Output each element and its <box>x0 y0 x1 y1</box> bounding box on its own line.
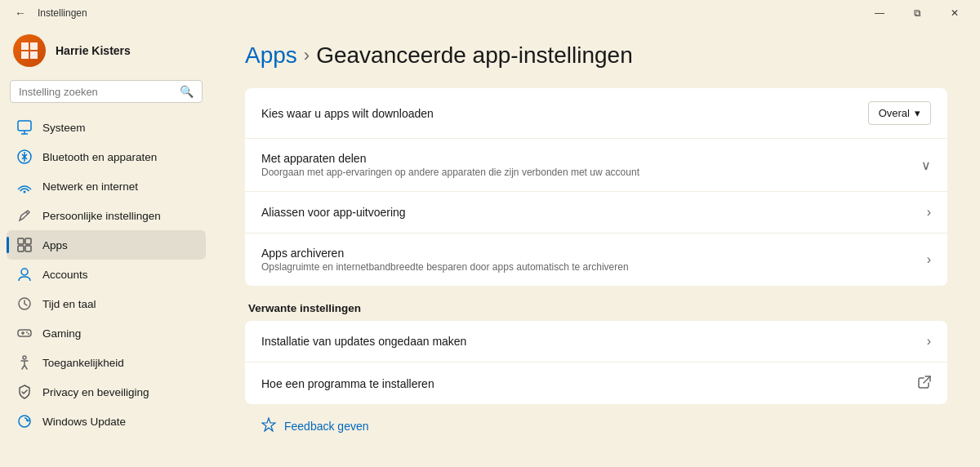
svg-rect-9 <box>18 238 24 244</box>
network-icon <box>16 178 33 194</box>
sidebar-label-gaming: Gaming <box>42 327 81 340</box>
svg-rect-2 <box>21 51 29 59</box>
dropdown-value: Overal <box>879 107 910 119</box>
titlebar-title: Instellingen <box>38 7 87 19</box>
app-aliases-title: Aliassen voor app-uitvoering <box>261 206 927 219</box>
avatar <box>13 34 46 67</box>
window-controls: — ⧉ ✕ <box>861 0 973 26</box>
svg-rect-3 <box>30 51 38 59</box>
sidebar-item-apps[interactable]: Apps <box>7 230 206 260</box>
download-location-action[interactable]: Overal ▾ <box>868 101 931 125</box>
uninstall-updates-nav-icon: › <box>927 334 931 349</box>
user-name: Harrie Kisters <box>56 44 131 57</box>
breadcrumb: Apps › Geavanceerde app-instellingen <box>245 42 947 69</box>
uninstall-updates-text: Installatie van updates ongedaan maken <box>261 335 927 348</box>
accessibility-icon <box>16 354 33 371</box>
download-location-row[interactable]: Kies waar u apps wilt downloaden Overal … <box>245 88 947 139</box>
download-location-dropdown[interactable]: Overal ▾ <box>868 101 931 125</box>
search-icon: 🔍 <box>180 85 194 98</box>
app-aliases-text: Aliassen voor app-uitvoering <box>261 206 927 219</box>
sidebar-label-apps: Apps <box>42 239 68 251</box>
how-to-install-row[interactable]: Hoe een programma te installeren <box>245 362 947 404</box>
back-button[interactable]: ← <box>10 5 31 21</box>
privacy-icon <box>16 384 33 400</box>
sidebar-label-privacy: Privacy en beveiliging <box>42 386 149 398</box>
main-settings-card: Kies waar u apps wilt downloaden Overal … <box>245 88 947 286</box>
sidebar-item-systeem[interactable]: Systeem <box>7 113 206 142</box>
user-profile[interactable]: Harrie Kisters <box>7 26 206 80</box>
sidebar-nav: Systeem Bluetooth en apparaten <box>7 113 206 436</box>
search-input[interactable] <box>19 86 173 98</box>
system-icon <box>16 119 33 136</box>
svg-point-16 <box>26 331 28 333</box>
share-devices-subtitle: Doorgaan met app-ervaringen op andere ap… <box>261 167 921 178</box>
close-button[interactable]: ✕ <box>936 0 973 26</box>
sidebar-label-netwerk: Netwerk en internet <box>42 180 138 193</box>
app-archive-row[interactable]: Apps archiveren Opslagruimte en internet… <box>245 234 947 286</box>
update-icon <box>16 413 33 429</box>
svg-rect-11 <box>18 246 24 251</box>
apps-icon <box>16 237 33 253</box>
maximize-button[interactable]: ⧉ <box>898 0 936 26</box>
share-devices-title: Met apparaten delen <box>261 152 921 165</box>
svg-point-13 <box>21 269 28 275</box>
app-aliases-row[interactable]: Aliassen voor app-uitvoering › <box>245 192 947 234</box>
svg-point-17 <box>28 333 29 335</box>
svg-point-18 <box>23 356 26 359</box>
accounts-icon <box>16 266 33 282</box>
breadcrumb-current: Geavanceerde app-instellingen <box>316 42 633 69</box>
download-location-title: Kies waar u apps wilt downloaden <box>261 107 868 120</box>
share-devices-text: Met apparaten delen Doorgaan met app-erv… <box>261 152 921 178</box>
sidebar-label-toegankelijkheid: Toegankelijkheid <box>42 357 124 369</box>
uninstall-updates-row[interactable]: Installatie van updates ongedaan maken › <box>245 321 947 362</box>
sidebar-item-gaming[interactable]: Gaming <box>7 318 206 348</box>
download-location-text: Kies waar u apps wilt downloaden <box>261 107 868 120</box>
sidebar-item-privacy[interactable]: Privacy en beveiliging <box>7 377 206 407</box>
feedback-label: Feedback geven <box>284 420 369 433</box>
sidebar-item-update[interactable]: Windows Update <box>7 407 206 436</box>
app-archive-subtitle: Opslagruimte en internetbandbreedte besp… <box>261 261 927 273</box>
svg-line-20 <box>924 376 930 383</box>
sidebar-item-tijd[interactable]: Tijd en taal <box>7 289 206 318</box>
sidebar-label-update: Windows Update <box>42 416 126 428</box>
how-to-install-text: Hoe een programma te installeren <box>261 377 918 390</box>
app-aliases-nav-icon: › <box>927 205 931 220</box>
sidebar-label-persoonlijk: Persoonlijke instellingen <box>42 210 161 222</box>
sidebar-label-accounts: Accounts <box>42 269 88 281</box>
titlebar: ← Instellingen — ⧉ ✕ <box>0 0 980 26</box>
external-link-icon <box>918 376 931 391</box>
app-archive-text: Apps archiveren Opslagruimte en internet… <box>261 247 927 273</box>
sidebar-label-bluetooth: Bluetooth en apparaten <box>42 151 157 163</box>
uninstall-updates-title: Installatie van updates ongedaan maken <box>261 335 927 348</box>
bluetooth-icon <box>16 149 33 165</box>
personal-icon <box>16 207 33 224</box>
svg-point-8 <box>24 191 26 193</box>
share-devices-expand-icon: ∨ <box>921 158 931 173</box>
breadcrumb-separator: › <box>304 45 310 66</box>
sidebar-label-systeem: Systeem <box>42 122 86 134</box>
share-devices-row[interactable]: Met apparaten delen Doorgaan met app-erv… <box>245 139 947 192</box>
titlebar-left: ← Instellingen <box>10 5 87 21</box>
svg-rect-0 <box>21 42 29 50</box>
sidebar-label-tijd: Tijd en taal <box>42 298 96 310</box>
svg-rect-4 <box>18 121 31 131</box>
how-to-install-title: Hoe een programma te installeren <box>261 377 918 390</box>
dropdown-chevron-icon: ▾ <box>915 107 920 119</box>
breadcrumb-parent[interactable]: Apps <box>245 42 297 69</box>
minimize-button[interactable]: — <box>861 0 898 26</box>
related-settings-card: Installatie van updates ongedaan maken ›… <box>245 321 947 404</box>
app-archive-title: Apps archiveren <box>261 247 927 260</box>
sidebar-item-accounts[interactable]: Accounts <box>7 260 206 289</box>
svg-rect-12 <box>25 246 31 251</box>
sidebar-item-toegankelijkheid[interactable]: Toegankelijkheid <box>7 348 206 377</box>
sidebar-item-netwerk[interactable]: Netwerk en internet <box>7 171 206 201</box>
feedback-row[interactable]: Feedback geven <box>245 407 947 445</box>
feedback-icon <box>261 417 276 435</box>
main-layout: Harrie Kisters 🔍 Systeem <box>0 26 980 467</box>
time-icon <box>16 296 33 312</box>
search-box[interactable]: 🔍 <box>10 80 203 103</box>
svg-rect-1 <box>30 42 38 50</box>
sidebar-item-persoonlijk[interactable]: Persoonlijke instellingen <box>7 201 206 230</box>
sidebar-item-bluetooth[interactable]: Bluetooth en apparaten <box>7 142 206 171</box>
gaming-icon <box>16 325 33 341</box>
